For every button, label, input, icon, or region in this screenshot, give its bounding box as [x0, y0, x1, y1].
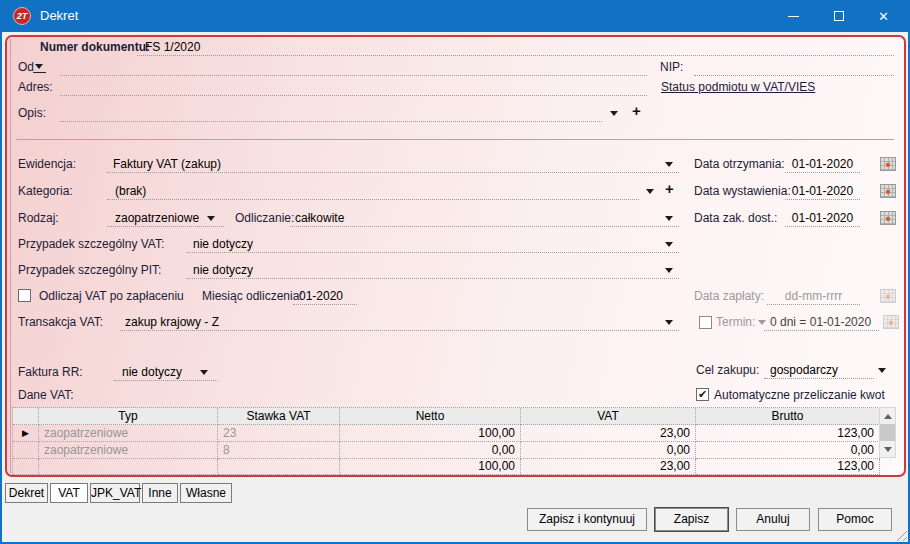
przypadek-vat-select[interactable]: nie dotyczy — [187, 236, 679, 253]
cel-zakupu-dropdown-icon[interactable] — [878, 368, 886, 373]
resize-grip[interactable] — [894, 528, 907, 541]
vat-table-header-netto: Netto — [340, 408, 521, 425]
rodzaj-dropdown-icon[interactable] — [207, 216, 215, 221]
row-marker-cell — [13, 442, 39, 459]
kategoria-select[interactable]: (brak) — [107, 183, 639, 200]
data-zaplaty-field: dd-mm-rrrr — [767, 288, 860, 305]
adres-field[interactable] — [60, 79, 647, 96]
od-label: Od — [18, 59, 34, 75]
close-icon: ✕ — [878, 9, 889, 24]
cell-brutto[interactable]: 123,00 — [696, 425, 880, 442]
vat-table-header-typ: Typ — [39, 408, 218, 425]
dane-vat-label: Dane VAT: — [18, 387, 74, 403]
termin-field: 0 dni = 01-01-2020 — [764, 314, 879, 331]
checkmark-icon: ✔ — [698, 388, 707, 401]
auto-przeliczanie-checkbox[interactable]: ✔ — [696, 388, 709, 401]
faktura-rr-dropdown-icon[interactable] — [200, 370, 208, 375]
window-title: Dekret — [40, 8, 78, 23]
miesiac-odliczenia-label: Miesiąc odliczenia: — [202, 288, 303, 304]
save-button[interactable]: Zapisz — [655, 508, 728, 531]
titlebar: 2T Dekret ✕ — [0, 0, 910, 32]
tab-jpk-vat[interactable]: JPK_VAT — [90, 483, 140, 503]
numer-dokumentu-field[interactable]: FS 1/2020 — [137, 39, 894, 56]
termin-checkbox[interactable] — [699, 316, 712, 329]
cell-netto[interactable]: 0,00 — [340, 442, 521, 459]
opis-add-button[interactable]: + — [632, 103, 641, 119]
adres-label: Adres: — [18, 79, 53, 95]
vat-table: Typ Stawka VAT Netto VAT Brutto ▶ zaopat… — [12, 407, 880, 475]
tab-inne[interactable]: Inne — [142, 483, 178, 503]
cell-netto[interactable]: 100,00 — [340, 425, 521, 442]
data-wystawienia-field[interactable]: 01-01-2020 — [785, 183, 860, 200]
odliczanie-label: Odliczanie: — [235, 210, 294, 226]
ewidencja-dropdown-icon[interactable] — [665, 162, 673, 167]
od-field[interactable] — [60, 59, 647, 76]
cell-vat[interactable]: 0,00 — [521, 442, 696, 459]
termin-label: Termin: — [716, 314, 755, 330]
transakcja-vat-dropdown-icon[interactable] — [665, 320, 673, 325]
help-button[interactable]: Pomoc — [818, 508, 892, 531]
cell-typ: zaopatrzeniowe — [39, 425, 218, 442]
cell-typ: zaopatrzeniowe — [39, 442, 218, 459]
kategoria-dropdown-icon[interactable] — [646, 189, 654, 194]
data-otrzymania-calendar-icon[interactable] — [880, 157, 896, 171]
data-zak-dost-calendar-icon[interactable] — [880, 211, 896, 225]
przypadek-pit-select[interactable]: nie dotyczy — [187, 262, 679, 279]
scroll-down-button[interactable] — [880, 441, 895, 457]
total-row-marker-cell — [13, 459, 39, 475]
dekret-window: 2T Dekret ✕ Numer dokumentu: FS 1/2020 O… — [0, 0, 910, 544]
data-zaplaty-label: Data zapłaty: — [694, 288, 764, 304]
data-zak-dost-label: Data zak. dost.: — [694, 210, 777, 226]
przypadek-vat-dropdown-icon[interactable] — [665, 242, 673, 247]
odliczaj-vat-label: Odliczaj VAT po zapłaceniu — [39, 288, 184, 304]
faktura-rr-label: Faktura RR: — [18, 364, 83, 380]
tab-vat[interactable]: VAT — [50, 483, 88, 503]
minimize-button[interactable] — [771, 0, 816, 32]
data-zak-dost-field[interactable]: 01-01-2020 — [785, 210, 860, 227]
data-wystawienia-calendar-icon[interactable] — [880, 184, 896, 198]
opis-dropdown-icon[interactable] — [610, 111, 618, 116]
chevron-down-icon — [884, 447, 892, 452]
save-and-continue-button[interactable]: Zapisz i kontynuuj — [527, 508, 647, 531]
vat-table-header-vat: VAT — [521, 408, 696, 425]
cel-zakupu-select[interactable]: gospodarczy — [764, 362, 874, 379]
row-marker-icon: ▶ — [13, 425, 39, 442]
total-typ-cell — [39, 459, 218, 475]
odliczaj-vat-checkbox[interactable] — [18, 289, 31, 302]
miesiac-odliczenia-field[interactable]: 01-2020 — [293, 288, 357, 305]
vat-table-header-stawka: Stawka VAT — [218, 408, 340, 425]
przypadek-pit-dropdown-icon[interactable] — [665, 268, 673, 273]
auto-przeliczanie-label: Automatyczne przeliczanie kwot — [714, 387, 885, 403]
ewidencja-select[interactable]: Faktury VAT (zakup) — [107, 156, 679, 173]
data-otrzymania-label: Data otrzymania: — [694, 156, 785, 172]
total-vat: 23,00 — [521, 459, 696, 475]
maximize-button[interactable] — [816, 0, 861, 32]
od-dropdown-icon[interactable] — [33, 60, 46, 73]
data-otrzymania-field[interactable]: 01-01-2020 — [785, 156, 860, 173]
section-divider — [16, 139, 894, 140]
cell-vat[interactable]: 23,00 — [521, 425, 696, 442]
transakcja-vat-label: Transakcja VAT: — [18, 314, 103, 330]
total-brutto: 123,00 — [696, 459, 880, 475]
cel-zakupu-label: Cel zakupu: — [696, 362, 759, 378]
app-logo-icon: 2T — [13, 7, 31, 25]
minimize-icon — [788, 16, 799, 17]
transakcja-vat-select[interactable]: zakup krajowy - Z — [120, 314, 679, 331]
kategoria-add-button[interactable]: + — [665, 181, 674, 197]
data-zaplaty-calendar-icon — [880, 289, 896, 303]
scroll-up-button[interactable] — [880, 408, 895, 424]
scrollbar-thumb[interactable] — [880, 424, 895, 441]
tab-dekret[interactable]: Dekret — [5, 483, 48, 503]
tab-wlasne[interactable]: Własne — [180, 483, 232, 503]
nip-field[interactable] — [694, 59, 894, 76]
opis-field[interactable] — [60, 105, 602, 122]
vat-vies-status-link[interactable]: Status podmiotu w VAT/VIES — [661, 79, 815, 95]
cancel-button[interactable]: Anuluj — [736, 508, 810, 531]
odliczanie-select[interactable]: całkowite — [290, 210, 679, 227]
odliczanie-dropdown-icon[interactable] — [665, 216, 673, 221]
cell-brutto[interactable]: 0,00 — [696, 442, 880, 459]
vat-table-scrollbar[interactable] — [879, 407, 896, 458]
close-button[interactable]: ✕ — [861, 0, 906, 32]
kategoria-label: Kategoria: — [18, 183, 73, 199]
termin-date-value: 01-01-2020 — [810, 315, 871, 329]
